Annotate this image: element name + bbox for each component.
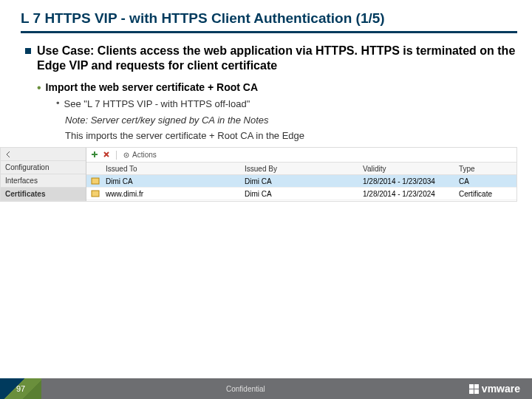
cert-icon: [86, 190, 104, 197]
page-number-box: 97: [0, 378, 41, 399]
add-icon[interactable]: [91, 151, 98, 160]
delete-icon[interactable]: [103, 151, 110, 160]
col-type[interactable]: Type: [459, 165, 516, 173]
footer-bar: Confidential vmware: [41, 378, 532, 399]
square-bullet-icon: [25, 48, 31, 54]
page-number: 97: [16, 384, 25, 393]
table-row[interactable]: www.dimi.fr Dimi CA 1/28/2014 - 1/23/202…: [86, 188, 516, 200]
chevron-left-icon: [5, 151, 11, 157]
cert-toolbar: Actions: [86, 148, 516, 163]
vmware-logo-text: vmware: [482, 383, 520, 395]
slide-title: L 7 HTTPS VIP - with HTTPS Client Authen…: [0, 0, 532, 31]
gear-icon: [123, 151, 130, 159]
dot-bullet-icon: •: [56, 98, 60, 111]
svg-point-1: [126, 154, 127, 156]
col-issued-by[interactable]: Issued By: [245, 165, 363, 173]
cell-validity: 1/28/2014 - 1/23/2024: [363, 190, 459, 198]
bullet-import: • Import the web server certificate + Ro…: [37, 81, 517, 95]
usecase-text: Use Case: Clients access the web applica…: [37, 44, 517, 73]
vmware-logo: vmware: [469, 383, 520, 395]
see-text: See "L 7 HTTPS VIP - with HTTPS off-load…: [64, 98, 250, 111]
cell-validity: 1/28/2014 - 1/23/2034: [363, 177, 459, 185]
cert-table-header: Issued To Issued By Validity Type: [86, 163, 516, 175]
note-server-cert: Note: Server cert/key signed by CA in th…: [65, 114, 517, 127]
cell-issued-by: Dimi CA: [245, 177, 363, 185]
cell-issued-by: Dimi CA: [245, 190, 363, 198]
bullet-see: • See "L 7 HTTPS VIP - with HTTPS off-lo…: [56, 98, 517, 111]
side-collapse[interactable]: [1, 148, 86, 161]
svg-rect-3: [92, 191, 99, 197]
cell-type: CA: [459, 177, 516, 185]
cell-type: Certificate: [459, 190, 516, 198]
col-validity[interactable]: Validity: [363, 165, 459, 173]
svg-rect-2: [92, 178, 99, 184]
table-row[interactable]: Dimi CA Dimi CA 1/28/2014 - 1/23/2034 CA: [86, 175, 516, 188]
side-nav: Configuration Interfaces Certificates: [1, 148, 86, 201]
content-area: Use Case: Clients access the web applica…: [0, 33, 532, 143]
confidential-label: Confidential: [226, 385, 265, 393]
cell-issued-to: www.dimi.fr: [104, 190, 245, 198]
toolbar-separator: [116, 151, 117, 160]
footer: 97 Confidential vmware: [0, 378, 532, 399]
cell-issued-to: Dimi CA: [104, 177, 245, 185]
cert-main: Actions Issued To Issued By Validity Typ…: [86, 148, 516, 201]
actions-menu[interactable]: Actions: [123, 151, 157, 159]
vmware-logo-icon: [469, 384, 479, 394]
bullet-usecase: Use Case: Clients access the web applica…: [25, 44, 517, 73]
side-certificates[interactable]: Certificates: [1, 188, 86, 201]
dot-bullet-icon: •: [37, 81, 41, 95]
side-interfaces[interactable]: Interfaces: [1, 174, 86, 188]
col-issued-to[interactable]: Issued To: [104, 165, 245, 173]
import-text: Import the web server certificate + Root…: [46, 81, 258, 95]
note-imports: This imports the server certificate + Ro…: [65, 129, 517, 143]
certificates-panel: Configuration Interfaces Certificates Ac…: [0, 147, 517, 202]
side-configuration[interactable]: Configuration: [1, 161, 86, 174]
actions-label: Actions: [132, 151, 157, 159]
cert-icon: [86, 177, 104, 185]
